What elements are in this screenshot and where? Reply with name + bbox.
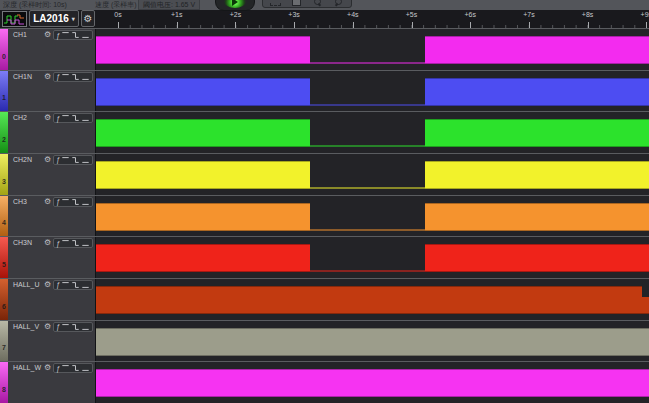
falling-edge-icon[interactable] bbox=[71, 31, 80, 39]
high-level-icon[interactable] bbox=[61, 114, 70, 122]
play-icon bbox=[232, 0, 238, 6]
low-level-icon[interactable] bbox=[81, 114, 90, 122]
waveform-area[interactable] bbox=[95, 321, 649, 362]
channel-settings-icon[interactable]: ⚙ bbox=[44, 155, 51, 165]
measure-icon[interactable]: ƒ bbox=[56, 364, 60, 373]
idle-low-level-line bbox=[310, 62, 426, 64]
channel-row-ch2: 2CH2⚙ƒ bbox=[0, 111, 649, 153]
high-level-icon[interactable] bbox=[61, 239, 70, 247]
channel-row-ch3: 4CH3⚙ƒ bbox=[0, 195, 649, 237]
falling-edge-icon[interactable] bbox=[71, 114, 80, 122]
waveform-area[interactable] bbox=[95, 29, 649, 70]
app-logo-icon bbox=[2, 11, 27, 27]
export-view-button[interactable] bbox=[288, 0, 306, 7]
waveform-segment bbox=[96, 119, 310, 147]
low-level-icon[interactable] bbox=[81, 31, 90, 39]
channel-settings-icon[interactable]: ⚙ bbox=[44, 197, 51, 207]
high-level-icon[interactable] bbox=[61, 364, 70, 372]
channel-settings-icon[interactable]: ⚙ bbox=[44, 72, 51, 82]
trigger-select-group: ƒ bbox=[53, 197, 93, 207]
falling-edge-icon[interactable] bbox=[71, 73, 80, 81]
channel-name: CH3 bbox=[13, 198, 27, 205]
low-level-icon[interactable] bbox=[81, 364, 90, 372]
measure-icon[interactable]: ƒ bbox=[56, 322, 60, 331]
device-settings-button[interactable]: ⚙ bbox=[81, 10, 95, 27]
channel-settings-icon[interactable]: ⚙ bbox=[44, 363, 51, 373]
channel-header: 6HALL_U⚙ƒ bbox=[0, 279, 95, 320]
fit-view-button[interactable] bbox=[267, 0, 285, 7]
measure-icon[interactable]: ƒ bbox=[56, 197, 60, 206]
waveform-area[interactable] bbox=[95, 196, 649, 237]
waveform-area[interactable] bbox=[95, 279, 649, 320]
waveform-area[interactable] bbox=[95, 237, 649, 278]
trigger-select-group: ƒ bbox=[53, 280, 93, 290]
measure-icon[interactable]: ƒ bbox=[56, 72, 60, 81]
idle-low-level-line bbox=[310, 187, 426, 189]
measure-icon[interactable]: ƒ bbox=[56, 31, 60, 40]
falling-edge-icon[interactable] bbox=[71, 239, 80, 247]
channel-header: 8HALL_W⚙ƒ bbox=[0, 362, 95, 403]
low-level-icon[interactable] bbox=[81, 239, 90, 247]
high-level-icon[interactable] bbox=[61, 156, 70, 164]
header-bar: LA2016 ▾ ⚙ 0s+1s+2s+3s+4s+5s+6s+7s+8s+9s bbox=[0, 10, 649, 28]
channel-name: CH3N bbox=[13, 239, 32, 246]
channel-row-ch3n: 5CH3N⚙ƒ bbox=[0, 236, 649, 278]
falling-edge-icon[interactable] bbox=[71, 364, 80, 372]
channel-settings-icon[interactable]: ⚙ bbox=[44, 280, 51, 290]
time-ruler[interactable]: 0s+1s+2s+3s+4s+5s+6s+7s+8s+9s bbox=[95, 10, 649, 28]
low-level-icon[interactable] bbox=[81, 198, 90, 206]
ruler-tick bbox=[177, 22, 178, 28]
high-level-icon[interactable] bbox=[61, 31, 70, 39]
low-level-icon[interactable] bbox=[81, 156, 90, 164]
waveform-segment bbox=[96, 36, 310, 64]
measure-icon[interactable]: ƒ bbox=[56, 155, 60, 164]
measure-icon[interactable]: ƒ bbox=[56, 280, 60, 289]
falling-edge-icon[interactable] bbox=[71, 156, 80, 164]
measure-icon[interactable]: ƒ bbox=[56, 114, 60, 123]
channel-row-hall_u: 6HALL_U⚙ƒ bbox=[0, 278, 649, 320]
channel-name: CH2 bbox=[13, 114, 27, 121]
low-level-icon[interactable] bbox=[81, 281, 90, 289]
trigger-select-group: ƒ bbox=[53, 72, 93, 82]
low-level-icon[interactable] bbox=[81, 73, 90, 81]
zoom-out-button[interactable] bbox=[330, 0, 348, 7]
waveform-area[interactable] bbox=[95, 154, 649, 195]
waveform-area[interactable] bbox=[95, 112, 649, 153]
channel-color-strip: 2 bbox=[0, 112, 8, 153]
low-level-icon[interactable] bbox=[81, 323, 90, 331]
measure-icon[interactable]: ƒ bbox=[56, 239, 60, 248]
channel-controls: ⚙ƒ bbox=[44, 113, 93, 123]
channel-header: 0CH1⚙ƒ bbox=[0, 29, 95, 70]
ruler-tick bbox=[118, 22, 119, 28]
waveform-area[interactable] bbox=[95, 71, 649, 112]
channel-name: HALL_U bbox=[13, 281, 39, 288]
channel-number: 7 bbox=[2, 344, 6, 351]
waveform-notch bbox=[642, 286, 649, 297]
high-level-icon[interactable] bbox=[61, 281, 70, 289]
sample-rate-label: 速度 (采样率) bbox=[95, 1, 137, 9]
waveform-area[interactable] bbox=[95, 362, 649, 403]
falling-edge-icon[interactable] bbox=[71, 323, 80, 331]
chevron-down-icon: ▾ bbox=[72, 15, 75, 22]
channel-settings-icon[interactable]: ⚙ bbox=[44, 113, 51, 123]
high-level-icon[interactable] bbox=[61, 323, 70, 331]
waveform-segment bbox=[96, 203, 310, 231]
channel-controls: ⚙ƒ bbox=[44, 238, 93, 248]
falling-edge-icon[interactable] bbox=[71, 198, 80, 206]
channel-controls: ⚙ƒ bbox=[44, 322, 93, 332]
channel-settings-icon[interactable]: ⚙ bbox=[44, 238, 51, 248]
channel-controls: ⚙ƒ bbox=[44, 280, 93, 290]
channel-settings-icon[interactable]: ⚙ bbox=[44, 322, 51, 332]
threshold-voltage-field[interactable]: 阈值电压: 1.65 V bbox=[138, 0, 200, 10]
channel-color-strip: 6 bbox=[0, 279, 8, 320]
falling-edge-icon[interactable] bbox=[71, 281, 80, 289]
channel-color-strip: 3 bbox=[0, 154, 8, 195]
channel-settings-icon[interactable]: ⚙ bbox=[44, 30, 51, 40]
start-capture-button[interactable] bbox=[215, 0, 255, 11]
ruler-label: +5s bbox=[406, 11, 417, 18]
high-level-icon[interactable] bbox=[61, 73, 70, 81]
channel-header: 1CH1N⚙ƒ bbox=[0, 71, 95, 112]
zoom-in-button[interactable] bbox=[309, 0, 327, 7]
device-select-button[interactable]: LA2016 ▾ bbox=[29, 10, 79, 27]
high-level-icon[interactable] bbox=[61, 198, 70, 206]
